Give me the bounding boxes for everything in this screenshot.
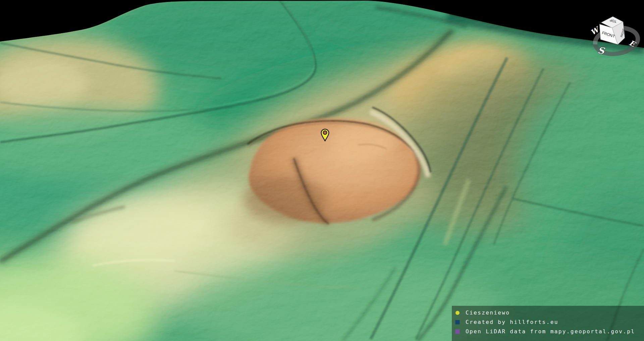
legend-marker-square (455, 320, 460, 325)
legend-marker-square (455, 329, 460, 334)
lidar-3d-viewport[interactable]: W S E TOP FRONT RIGHT Cieszeniewo Create… (0, 0, 644, 341)
legend-marker-circle (455, 310, 460, 315)
legend-item-label: Open LiDAR data from mapy.geoportal.gov.… (466, 327, 635, 336)
terrain-render-canvas[interactable]: W S E TOP FRONT RIGHT (0, 0, 644, 341)
terrain-model (0, 0, 644, 341)
legend-item-label: Cieszeniewo (466, 308, 510, 318)
legend-panel: Cieszeniewo Created by hillforts.eu Open… (452, 306, 644, 341)
legend-item-label: Created by hillforts.eu (466, 318, 558, 327)
legend-item: Cieszeniewo (455, 308, 644, 318)
legend-item: Created by hillforts.eu (455, 318, 644, 327)
legend-item: Open LiDAR data from mapy.geoportal.gov.… (455, 327, 644, 336)
pin-hole (323, 131, 327, 134)
